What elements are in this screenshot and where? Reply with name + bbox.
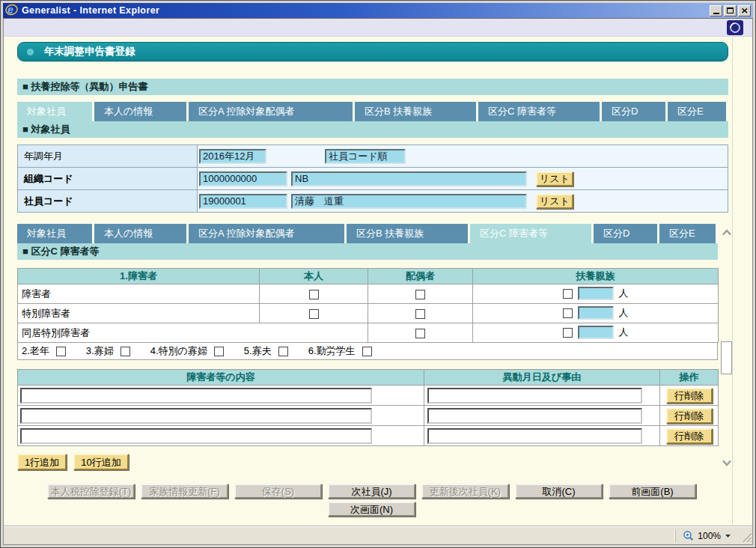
cb-cohabiting-special-disabled-spouse[interactable] <box>415 329 425 338</box>
panel-tab-kubun-b[interactable]: 区分B 扶養親族 <box>347 224 468 243</box>
tab-row-top: 対象社員 本人の情報 区分A 控除対象配偶者 区分B 扶養親族 区分C 障害者等… <box>17 102 728 121</box>
resize-grip[interactable] <box>740 530 752 544</box>
tab-kubun-d[interactable]: 区分D <box>602 102 665 121</box>
org-code-input[interactable] <box>199 171 287 186</box>
employee-code-input[interactable] <box>199 194 287 209</box>
detail-input-2[interactable] <box>20 408 372 424</box>
next-screen-button[interactable]: 次画面(N) <box>328 502 415 517</box>
next-employee-button[interactable]: 次社員(J) <box>328 484 415 499</box>
row-label-disabled: 障害者 <box>18 284 260 304</box>
unit-label: 人 <box>619 306 629 320</box>
table-row: 同居特別障害者 人 <box>18 323 719 343</box>
add-ten-rows-button[interactable]: 10行追加 <box>73 454 129 470</box>
label-elderly: 2.老年 <box>22 344 49 358</box>
cb-widower[interactable] <box>278 347 288 356</box>
col-header-disability: 1.障害者 <box>18 269 260 284</box>
footer-actions: 本人税控除登録(T) 家族情報更新(F) 保存(S) 次社員(J) 更新後次社員… <box>17 484 728 517</box>
cohabiting-special-disabled-dependent-count-input[interactable] <box>578 326 614 339</box>
title-bar: e Generalist - Internet Explorer <box>3 3 753 18</box>
employee-list-button[interactable]: リスト <box>536 194 573 209</box>
panel-tab-kubun-e[interactable]: 区分E <box>659 224 716 243</box>
cb-disabled-spouse[interactable] <box>415 290 425 299</box>
reason-input-2[interactable] <box>427 408 642 424</box>
generalist-logo-icon <box>727 20 743 35</box>
cancel-button[interactable]: 取消(C) <box>515 484 603 499</box>
row-label-special-disabled: 特別障害者 <box>18 304 260 323</box>
tab-kubun-b[interactable]: 区分B 扶養親族 <box>355 102 476 121</box>
panel-tab-target-employee[interactable]: 対象社員 <box>17 224 92 243</box>
reason-input-1[interactable] <box>427 388 642 404</box>
sort-order-input[interactable] <box>325 149 406 164</box>
panel-tab-kubun-a[interactable]: 区分A 控除対象配偶者 <box>189 224 344 243</box>
form-row-nencho: 年調年月 <box>18 145 728 168</box>
family-info-update-button[interactable]: 家族情報更新(F) <box>141 484 228 499</box>
save-button[interactable]: 保存(S) <box>234 484 322 499</box>
panel-scrollbar <box>721 225 733 470</box>
disability-table: 1.障害者 本人 配偶者 扶養親族 障害者 人 特別障害者 <box>17 268 719 343</box>
detail-table: 障害者等の内容 異動月日及び事由 操作 行削除 行削除 <box>17 369 719 446</box>
status-checkbox-row: 2.老年 3.寡婦 4.特別の寡婦 5.寡夫 6.勤労学生 <box>17 343 718 360</box>
panel-tab-kubun-d[interactable]: 区分D <box>594 224 657 243</box>
personal-tax-deduction-button[interactable]: 本人税控除登録(T) <box>47 484 135 499</box>
nencho-period-input[interactable] <box>199 149 266 164</box>
cb-special-disabled-self[interactable] <box>309 309 319 319</box>
cb-disabled-dependent[interactable] <box>563 289 573 299</box>
org-code-label: 組織コード <box>18 168 198 189</box>
detail-input-3[interactable] <box>20 428 372 444</box>
tab-kubun-a[interactable]: 区分A 控除対象配偶者 <box>189 102 353 121</box>
page-content: 年末調整申告書登録 ■ 扶養控除等（異動）申告書 対象社員 本人の情報 区分A … <box>4 37 752 526</box>
org-name-input[interactable] <box>291 171 527 186</box>
close-button[interactable] <box>738 5 751 16</box>
panel-tab-personal-info[interactable]: 本人の情報 <box>94 224 186 243</box>
cb-special-widow[interactable] <box>214 347 224 356</box>
add-one-row-button[interactable]: 1行追加 <box>17 454 67 470</box>
detail-input-1[interactable] <box>20 388 372 404</box>
section-declaration-header: ■ 扶養控除等（異動）申告書 <box>17 79 728 95</box>
cb-special-disabled-spouse[interactable] <box>415 309 425 319</box>
scroll-down-icon[interactable] <box>722 457 732 469</box>
tab-kubun-c[interactable]: 区分C 障害者等 <box>478 102 600 121</box>
reason-input-3[interactable] <box>427 428 642 444</box>
maximize-button[interactable] <box>724 5 737 16</box>
zoom-control[interactable]: 100% <box>675 529 738 543</box>
org-list-button[interactable]: リスト <box>536 171 573 186</box>
disabled-dependent-count-input[interactable] <box>578 287 614 300</box>
section-target-employee-header: ■ 対象社員 <box>17 121 728 138</box>
maximize-icon <box>727 7 734 13</box>
cb-special-disabled-dependent[interactable] <box>563 308 573 318</box>
delete-row-button-2[interactable]: 行削除 <box>666 408 713 424</box>
label-special-widow: 4.特別の寡婦 <box>150 344 207 358</box>
employee-name-input[interactable] <box>291 194 527 209</box>
cb-widow[interactable] <box>121 347 130 356</box>
form-row-employee-code: 社員コード リスト <box>18 190 728 213</box>
table-row: 行削除 <box>18 426 719 446</box>
delete-row-button-3[interactable]: 行削除 <box>666 428 713 444</box>
previous-screen-button[interactable]: 前画面(B) <box>609 484 696 499</box>
unit-label: 人 <box>619 326 629 339</box>
cb-working-student[interactable] <box>362 347 372 356</box>
cb-disabled-self[interactable] <box>309 290 319 299</box>
tab-personal-info[interactable]: 本人の情報 <box>94 102 186 121</box>
special-disabled-dependent-count-input[interactable] <box>578 306 614 320</box>
panel-tab-kubun-c[interactable]: 区分C 障害者等 <box>470 224 591 243</box>
scroll-up-icon[interactable] <box>722 227 732 238</box>
table-row: 障害者 人 <box>18 284 719 304</box>
tab-kubun-e[interactable]: 区分E <box>668 102 726 121</box>
table-row: 行削除 <box>18 386 719 406</box>
browser-toolbar <box>4 19 752 37</box>
add-row-controls: 1行追加 10行追加 <box>17 454 718 470</box>
kubun-c-panel: 対象社員 本人の情報 区分A 控除対象配偶者 区分B 扶養親族 区分C 障害者等… <box>17 224 748 470</box>
col-header-spouse: 配偶者 <box>368 269 473 284</box>
cb-cohabiting-special-disabled-dependent[interactable] <box>563 328 573 338</box>
update-next-employee-button[interactable]: 更新後次社員(K) <box>421 484 509 499</box>
col-header-change-reason: 異動月日及び事由 <box>424 370 660 386</box>
zoom-level: 100% <box>698 531 721 541</box>
delete-row-button-1[interactable]: 行削除 <box>666 388 713 404</box>
magnifier-icon <box>683 530 694 541</box>
tab-target-employee[interactable]: 対象社員 <box>17 102 92 121</box>
scrollbar-thumb[interactable] <box>721 341 732 374</box>
col-header-detail: 障害者等の内容 <box>18 370 424 386</box>
minimize-button[interactable] <box>710 5 722 16</box>
cb-elderly[interactable] <box>56 347 66 356</box>
employee-code-label: 社員コード <box>18 190 198 212</box>
